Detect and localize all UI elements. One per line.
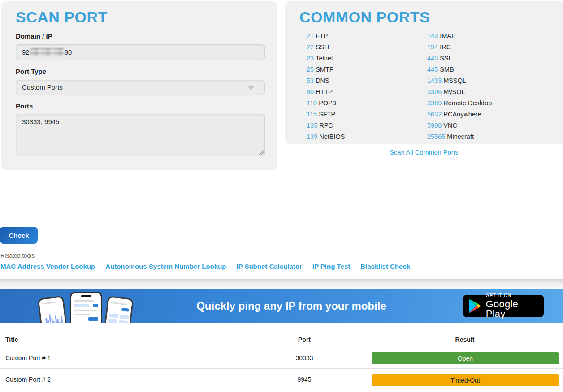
scan-port-title: SCAN PORT: [16, 9, 108, 26]
port-name: HTTP: [316, 88, 333, 95]
banner-headline: Quickly ping any IP from your mobile: [143, 300, 439, 312]
phone-left-illustration: [38, 296, 69, 323]
port-row: 135RPC: [307, 120, 345, 131]
port-link[interactable]: 115: [307, 111, 317, 118]
port-name: MSSQL: [443, 77, 466, 84]
google-play-badge[interactable]: GET IT ON Google Play: [463, 295, 544, 317]
port-name: IMAP: [440, 32, 455, 39]
related-tools-label: Related tools: [0, 252, 35, 259]
port-name: FTP: [316, 32, 328, 39]
port-link[interactable]: 1433: [427, 77, 442, 84]
port-row: 445SMB: [427, 64, 492, 75]
common-ports-left-column: 21FTP 22SSH 23Telnet 25SMTP 53DNS 80HTTP…: [307, 30, 345, 142]
port-link[interactable]: 21: [307, 32, 314, 39]
port-row: 80HTTP: [307, 86, 345, 98]
port-row: 115SFTP: [307, 109, 345, 120]
section-shadow-divider: [0, 279, 563, 289]
domain-ip-value-prefix: 92: [22, 48, 30, 56]
port-row: 53DNS: [307, 75, 345, 86]
result-row-title: Custom Port # 2: [5, 376, 51, 383]
port-row: 22SSH: [307, 42, 345, 53]
phone-center-illustration: [70, 292, 102, 323]
port-name: IRC: [440, 43, 451, 51]
related-link-blacklist-check[interactable]: Blacklist Check: [360, 263, 410, 270]
result-row-title: Custom Port # 1: [5, 354, 51, 362]
bar-chart-illustration: [43, 312, 64, 323]
port-link[interactable]: 139: [307, 133, 317, 140]
scan-all-wrapper: Scan All Common Ports: [285, 148, 563, 156]
port-name: SMTP: [316, 66, 333, 73]
port-name: MySQL: [443, 88, 465, 95]
port-name: PCAnywhere: [443, 111, 481, 118]
port-link[interactable]: 25565: [427, 133, 445, 140]
port-link[interactable]: 3306: [427, 88, 442, 95]
port-type-label: Port Type: [16, 68, 46, 75]
related-link-ip-ping-test[interactable]: IP Ping Test: [312, 263, 350, 270]
phone-notch: [81, 295, 91, 297]
port-link[interactable]: 445: [427, 66, 438, 73]
port-row: 194IRC: [427, 42, 492, 53]
domain-ip-value-suffix: 80: [65, 48, 72, 56]
port-row: 3389Remote Desktop: [427, 98, 492, 109]
domain-ip-label: Domain / IP: [16, 32, 52, 40]
port-name: RPC: [319, 122, 333, 129]
port-row: 5632PCAnywhere: [427, 109, 492, 120]
results-header-title: Title: [5, 336, 18, 343]
port-row: 143IMAP: [427, 30, 492, 42]
port-name: NetBIOS: [319, 133, 345, 140]
common-ports-right-column: 143IMAP 194IRC 443SSL 445SMB 1433MSSQL 3…: [427, 30, 492, 142]
port-link[interactable]: 25: [307, 66, 314, 73]
common-ports-title: COMMON PORTS: [299, 9, 430, 26]
related-tools-links: MAC Address Vendor Lookup Autonomous Sys…: [0, 263, 410, 270]
port-row: 3306MySQL: [427, 86, 492, 98]
port-name: SMB: [440, 66, 454, 73]
related-link-mac-address-vendor-lookup[interactable]: MAC Address Vendor Lookup: [0, 263, 95, 270]
port-name: Minecraft: [447, 133, 474, 140]
port-link[interactable]: 3389: [427, 99, 442, 107]
phone-right-illustration: [102, 296, 134, 323]
port-row: 23Telnet: [307, 53, 345, 64]
port-name: Remote Desktop: [443, 99, 492, 107]
redacted-ip-blur: [30, 48, 64, 56]
port-name: SFTP: [319, 111, 335, 118]
port-link[interactable]: 443: [427, 55, 438, 62]
domain-ip-input[interactable]: 9280: [16, 44, 265, 60]
port-link[interactable]: 135: [307, 122, 317, 129]
port-row: 1433MSSQL: [427, 75, 492, 86]
scan-all-common-ports-link[interactable]: Scan All Common Ports: [390, 149, 458, 156]
port-link[interactable]: 5632: [427, 111, 442, 118]
mobile-app-promo-banner[interactable]: Quickly ping any IP from your mobile GET…: [0, 289, 563, 323]
result-row-port: 9945: [282, 376, 327, 383]
port-name: SSH: [316, 43, 329, 51]
results-header-result: Result: [398, 336, 532, 343]
scan-results-table: Title Port Result Custom Port # 1 30333 …: [0, 323, 563, 392]
google-play-icon: [468, 298, 481, 314]
port-link[interactable]: 23: [307, 55, 314, 62]
ports-label: Ports: [16, 102, 33, 110]
port-row: 25565Minecraft: [427, 131, 492, 142]
port-link[interactable]: 5900: [427, 122, 442, 129]
chevron-down-icon: [247, 86, 255, 90]
get-it-on-label: GET IT ON: [486, 293, 538, 298]
port-link[interactable]: 194: [427, 43, 438, 51]
port-link[interactable]: 110: [307, 99, 317, 107]
port-row: 5900VNC: [427, 120, 492, 131]
port-row: 25SMTP: [307, 64, 345, 75]
check-button[interactable]: Check: [0, 227, 38, 244]
google-play-badge-text: GET IT ON Google Play: [486, 293, 538, 319]
port-type-selected-value: Custom Ports: [22, 83, 63, 91]
ports-textarea[interactable]: 30333, 9945: [16, 114, 265, 156]
row-divider: [0, 368, 563, 369]
results-header-port: Port: [282, 336, 327, 343]
port-link[interactable]: 80: [307, 88, 314, 95]
port-type-select[interactable]: Custom Ports: [16, 80, 265, 95]
phones-illustration: [37, 292, 144, 323]
status-badge-open: Open: [372, 352, 559, 364]
port-link[interactable]: 143: [427, 32, 438, 39]
common-ports-panel: COMMON PORTS 21FTP 22SSH 23Telnet 25SMTP…: [285, 1, 563, 144]
related-link-asn-lookup[interactable]: Autonomous System Number Lookup: [105, 263, 226, 270]
port-link[interactable]: 22: [307, 43, 314, 51]
port-link[interactable]: 53: [307, 77, 314, 84]
related-link-ip-subnet-calculator[interactable]: IP Subnet Calculator: [236, 263, 302, 270]
port-row: 139NetBIOS: [307, 131, 345, 142]
